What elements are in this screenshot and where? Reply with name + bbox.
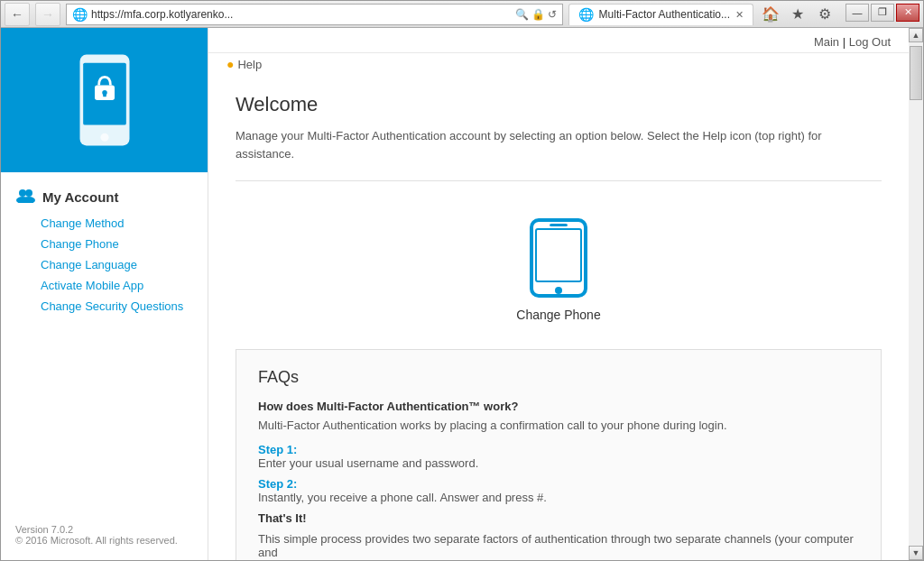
content-area: Welcome Manage your Multi-Factor Authent… xyxy=(208,75,909,560)
tab-label: Multi-Factor Authenticatio... xyxy=(599,8,730,21)
svg-point-6 xyxy=(19,189,26,197)
scroll-thumb[interactable] xyxy=(910,46,922,100)
change-method-link[interactable]: Change Method xyxy=(1,213,208,234)
scrollbar[interactable]: ▲ ▼ xyxy=(909,28,923,560)
copyright-text: © 2016 Microsoft. All rights reserved. xyxy=(15,535,193,546)
change-security-questions-link[interactable]: Change Security Questions xyxy=(1,296,208,317)
step2-text: Instantly, you receive a phone call. Ans… xyxy=(258,491,859,504)
svg-rect-5 xyxy=(103,93,106,97)
forward-button[interactable]: → xyxy=(35,3,60,26)
welcome-desc: Manage your Multi-Factor Authentication … xyxy=(236,127,882,162)
version-text: Version 7.0.2 xyxy=(15,524,193,535)
svg-rect-10 xyxy=(531,220,586,296)
scroll-track[interactable] xyxy=(909,42,923,546)
faq-question: How does Multi-Factor Authentication™ wo… xyxy=(258,400,859,413)
that-it-label: That's It! xyxy=(258,511,859,525)
svg-point-12 xyxy=(555,287,562,294)
svg-rect-11 xyxy=(536,229,581,281)
faq-title: FAQs xyxy=(258,368,859,387)
url-icons: 🔍 🔒 ↺ xyxy=(515,8,557,21)
sidebar: My Account Change Method Change Phone Ch… xyxy=(1,28,208,560)
change-phone-link[interactable]: Change Phone xyxy=(1,234,208,254)
my-account-label: My Account xyxy=(42,189,118,205)
scroll-down-button[interactable]: ▼ xyxy=(909,546,923,560)
change-language-link[interactable]: Change Language xyxy=(1,254,208,275)
change-phone-section: Change Phone xyxy=(236,199,882,349)
svg-point-7 xyxy=(25,189,32,197)
welcome-title: Welcome xyxy=(236,93,882,116)
change-phone-label: Change Phone xyxy=(516,308,600,322)
minimize-button[interactable]: — xyxy=(845,4,869,22)
phone-lock-icon xyxy=(69,51,141,150)
step2-label: Step 2: xyxy=(258,477,859,491)
settings-icon[interactable]: ⚙ xyxy=(813,4,836,25)
svg-rect-13 xyxy=(550,224,568,226)
activate-mobile-app-link[interactable]: Activate Mobile App xyxy=(1,275,208,296)
main-link[interactable]: Main xyxy=(814,35,839,49)
sidebar-banner xyxy=(1,28,208,172)
svg-point-2 xyxy=(100,133,108,142)
url-text: https://mfa.corp.kotlyarenko... xyxy=(91,8,512,21)
favorites-icon[interactable]: ★ xyxy=(786,4,809,25)
back-button[interactable]: ← xyxy=(5,3,30,26)
close-button[interactable]: ✕ xyxy=(896,4,919,22)
logout-link[interactable]: Log Out xyxy=(849,35,891,49)
faq-answer: Multi-Factor Authentication works by pla… xyxy=(258,418,859,432)
my-account-link[interactable]: My Account xyxy=(1,181,208,213)
home-icon[interactable]: 🏠 xyxy=(759,4,782,25)
main-header: Main | Log Out xyxy=(208,28,909,53)
title-bar: ← → 🌐 https://mfa.corp.kotlyarenko... 🔍 … xyxy=(1,1,923,28)
step1-label: Step 1: xyxy=(258,443,859,456)
main-header-links: Main | Log Out xyxy=(814,35,891,49)
users-icon xyxy=(15,187,35,207)
main-content: Main | Log Out ● Help Welcome Manage you… xyxy=(208,28,909,560)
help-icon: ● xyxy=(226,57,234,71)
sidebar-nav: My Account Change Method Change Phone Ch… xyxy=(1,172,208,510)
faq-box: FAQs How does Multi-Factor Authenticatio… xyxy=(236,349,882,560)
help-label: Help xyxy=(237,58,262,71)
address-bar[interactable]: 🌐 https://mfa.corp.kotlyarenko... 🔍 🔒 ↺ xyxy=(66,4,563,25)
sidebar-footer: Version 7.0.2 © 2016 Microsoft. All righ… xyxy=(1,510,208,560)
phone-outline-icon[interactable] xyxy=(527,217,590,299)
scroll-up-button[interactable]: ▲ xyxy=(909,28,923,42)
restore-button[interactable]: ❐ xyxy=(871,4,894,22)
help-link[interactable]: ● Help xyxy=(208,53,909,75)
active-tab[interactable]: 🌐 Multi-Factor Authenticatio... ✕ xyxy=(568,4,753,25)
faq-footer-text: This simple process provides two separat… xyxy=(258,532,859,559)
step1-text: Enter your usual username and password. xyxy=(258,456,859,470)
divider xyxy=(236,180,882,181)
tab-close-icon[interactable]: ✕ xyxy=(735,9,744,21)
